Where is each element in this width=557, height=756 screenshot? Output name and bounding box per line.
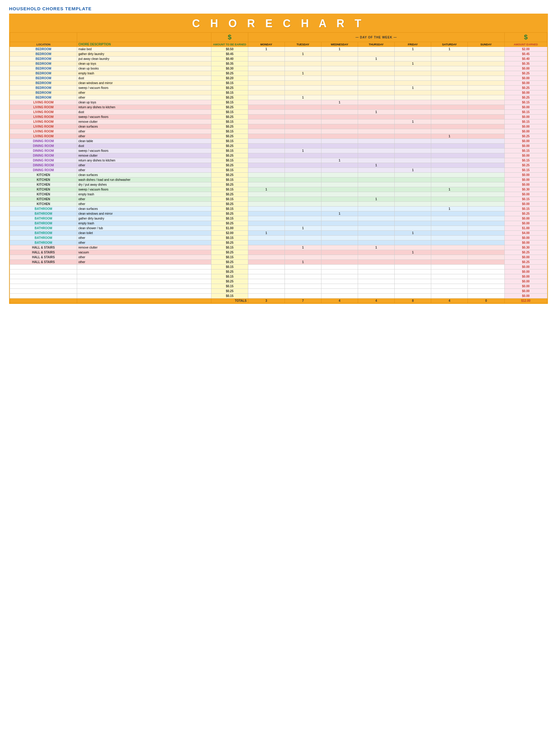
day-cell-mon[interactable]: 1	[248, 47, 285, 52]
day-cell-wed[interactable]	[321, 197, 358, 202]
day-cell-thu[interactable]	[358, 144, 394, 148]
day-cell-mon[interactable]	[248, 86, 285, 90]
day-cell-wed[interactable]	[321, 177, 358, 182]
day-cell-sun[interactable]	[468, 202, 504, 207]
day-cell-tue[interactable]	[285, 187, 321, 192]
day-cell-mon[interactable]	[248, 129, 285, 134]
day-cell-fri[interactable]	[394, 245, 431, 250]
day-cell-mon[interactable]	[248, 279, 285, 284]
day-cell-tue[interactable]	[285, 119, 321, 124]
day-cell-sat[interactable]	[431, 148, 468, 153]
day-cell-wed[interactable]	[321, 81, 358, 86]
day-cell-thu[interactable]	[358, 192, 394, 197]
day-cell-wed[interactable]: 1	[321, 47, 358, 52]
day-cell-sat[interactable]	[431, 197, 468, 202]
day-cell-mon[interactable]	[248, 226, 285, 231]
day-cell-sat[interactable]	[431, 260, 468, 265]
day-cell-sun[interactable]	[468, 221, 504, 226]
day-cell-mon[interactable]	[248, 105, 285, 110]
day-cell-sun[interactable]	[468, 192, 504, 197]
day-cell-mon[interactable]	[248, 260, 285, 265]
day-cell-thu[interactable]	[358, 289, 394, 294]
day-cell-sat[interactable]	[431, 226, 468, 231]
day-cell-thu[interactable]	[358, 129, 394, 134]
day-cell-mon[interactable]	[248, 207, 285, 211]
day-cell-fri[interactable]	[394, 240, 431, 245]
day-cell-fri[interactable]	[394, 207, 431, 211]
day-cell-tue[interactable]	[285, 173, 321, 177]
day-cell-sun[interactable]	[468, 61, 504, 66]
day-cell-fri[interactable]	[394, 153, 431, 158]
day-cell-thu[interactable]	[358, 168, 394, 173]
day-cell-wed[interactable]	[321, 105, 358, 110]
day-cell-sun[interactable]	[468, 57, 504, 61]
day-cell-fri[interactable]	[394, 173, 431, 177]
day-cell-wed[interactable]	[321, 240, 358, 245]
day-cell-sun[interactable]	[468, 52, 504, 57]
day-cell-tue[interactable]	[285, 110, 321, 115]
day-cell-tue[interactable]: 1	[285, 95, 321, 100]
day-cell-thu[interactable]	[358, 100, 394, 105]
day-cell-wed[interactable]	[321, 90, 358, 95]
day-cell-tue[interactable]	[285, 134, 321, 139]
day-cell-tue[interactable]	[285, 250, 321, 255]
day-cell-mon[interactable]	[248, 202, 285, 207]
day-cell-mon[interactable]	[248, 124, 285, 129]
day-cell-wed[interactable]	[321, 168, 358, 173]
day-cell-mon[interactable]	[248, 284, 285, 289]
day-cell-wed[interactable]	[321, 110, 358, 115]
day-cell-mon[interactable]	[248, 216, 285, 221]
day-cell-thu[interactable]	[358, 284, 394, 289]
day-cell-thu[interactable]	[358, 139, 394, 144]
day-cell-wed[interactable]	[321, 129, 358, 134]
day-cell-wed[interactable]: 1	[321, 211, 358, 216]
day-cell-sun[interactable]	[468, 255, 504, 260]
day-cell-fri[interactable]	[394, 187, 431, 192]
day-cell-tue[interactable]	[285, 216, 321, 221]
day-cell-fri[interactable]: 1	[394, 231, 431, 236]
day-cell-thu[interactable]: 1	[358, 245, 394, 250]
day-cell-tue[interactable]	[285, 61, 321, 66]
day-cell-sat[interactable]	[431, 289, 468, 294]
day-cell-sat[interactable]	[431, 139, 468, 144]
day-cell-sat[interactable]	[431, 95, 468, 100]
day-cell-thu[interactable]: 1	[358, 197, 394, 202]
day-cell-mon[interactable]	[248, 148, 285, 153]
day-cell-sun[interactable]	[468, 153, 504, 158]
day-cell-sat[interactable]: 1	[431, 47, 468, 52]
day-cell-tue[interactable]: 1	[285, 148, 321, 153]
day-cell-fri[interactable]	[394, 197, 431, 202]
day-cell-sun[interactable]	[468, 86, 504, 90]
day-cell-thu[interactable]	[358, 134, 394, 139]
day-cell-tue[interactable]	[285, 76, 321, 81]
day-cell-sat[interactable]	[431, 279, 468, 284]
day-cell-wed[interactable]	[321, 148, 358, 153]
day-cell-mon[interactable]	[248, 110, 285, 115]
day-cell-mon[interactable]	[248, 71, 285, 76]
day-cell-thu[interactable]	[358, 47, 394, 52]
day-cell-fri[interactable]	[394, 274, 431, 279]
day-cell-tue[interactable]	[285, 129, 321, 134]
day-cell-tue[interactable]	[285, 144, 321, 148]
day-cell-thu[interactable]	[358, 187, 394, 192]
day-cell-tue[interactable]	[285, 153, 321, 158]
day-cell-wed[interactable]	[321, 260, 358, 265]
day-cell-sat[interactable]	[431, 115, 468, 119]
day-cell-thu[interactable]	[358, 86, 394, 90]
day-cell-sun[interactable]	[468, 236, 504, 240]
day-cell-wed[interactable]	[321, 226, 358, 231]
day-cell-sat[interactable]	[431, 240, 468, 245]
day-cell-wed[interactable]	[321, 173, 358, 177]
day-cell-sun[interactable]	[468, 211, 504, 216]
day-cell-sat[interactable]	[431, 255, 468, 260]
day-cell-sat[interactable]: 1	[431, 187, 468, 192]
day-cell-wed[interactable]	[321, 250, 358, 255]
day-cell-mon[interactable]	[248, 240, 285, 245]
day-cell-wed[interactable]	[321, 52, 358, 57]
day-cell-sun[interactable]	[468, 163, 504, 168]
day-cell-fri[interactable]: 1	[394, 119, 431, 124]
day-cell-mon[interactable]	[248, 81, 285, 86]
day-cell-mon[interactable]	[248, 119, 285, 124]
day-cell-tue[interactable]	[285, 182, 321, 187]
day-cell-thu[interactable]	[358, 76, 394, 81]
